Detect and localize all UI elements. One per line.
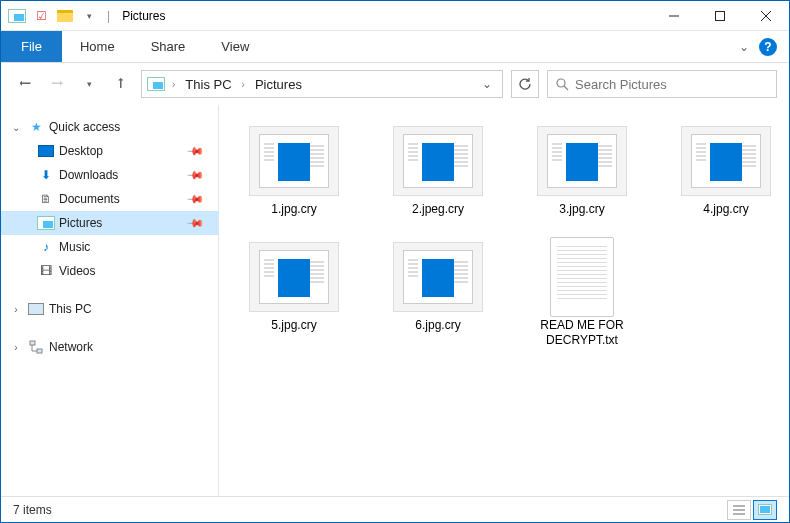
- app-icon: [7, 6, 27, 26]
- text-file-icon: [550, 237, 614, 317]
- videos-icon: 🎞: [37, 262, 55, 280]
- chevron-right-icon[interactable]: ›: [9, 304, 23, 315]
- recent-dropdown-icon[interactable]: ▾: [77, 72, 101, 96]
- address-bar[interactable]: › This PC › Pictures ⌄: [141, 70, 503, 98]
- file-name: 5.jpg.cry: [271, 318, 316, 334]
- help-icon[interactable]: ?: [759, 38, 777, 56]
- file-thumb: [249, 242, 339, 312]
- sidebar-item-videos[interactable]: 🎞 Videos: [1, 259, 218, 283]
- sidebar-item-music[interactable]: ♪ Music: [1, 235, 218, 259]
- titlebar: ☑ ▾ | Pictures: [1, 1, 789, 31]
- file-name: 4.jpg.cry: [703, 202, 748, 218]
- address-dropdown-icon[interactable]: ⌄: [476, 77, 498, 91]
- sidebar-item-downloads[interactable]: ⬇ Downloads 📌: [1, 163, 218, 187]
- file-name: 1.jpg.cry: [271, 202, 316, 218]
- tree-network[interactable]: › Network: [1, 335, 218, 359]
- tree-thispc[interactable]: › This PC: [1, 297, 218, 321]
- address-icon: [146, 74, 166, 94]
- ribbon: File Home Share View ⌄ ?: [1, 31, 789, 63]
- refresh-button[interactable]: [511, 70, 539, 98]
- up-button[interactable]: 🠕: [109, 72, 133, 96]
- music-icon: ♪: [37, 238, 55, 256]
- image-file-icon: [259, 250, 329, 304]
- qat-dropdown-icon[interactable]: ▾: [79, 6, 99, 26]
- tree-network-group: › Network: [1, 335, 218, 359]
- maximize-button[interactable]: [697, 1, 743, 31]
- star-icon: ★: [27, 118, 45, 136]
- file-item[interactable]: 6.jpg.cry: [373, 235, 503, 356]
- tree-thispc-group: › This PC: [1, 297, 218, 321]
- forward-button[interactable]: 🠖: [45, 72, 69, 96]
- file-item[interactable]: 2.jpeg.cry: [373, 119, 503, 225]
- file-thumb: [681, 126, 771, 196]
- tree-label: Pictures: [59, 216, 184, 230]
- file-tab[interactable]: File: [1, 31, 62, 62]
- file-item[interactable]: 5.jpg.cry: [229, 235, 359, 356]
- tab-home[interactable]: Home: [62, 31, 133, 62]
- navbar: 🠔 🠖 ▾ 🠕 › This PC › Pictures ⌄: [1, 63, 789, 105]
- tree-label: Downloads: [59, 168, 184, 182]
- tab-view[interactable]: View: [203, 31, 267, 62]
- search-box[interactable]: [547, 70, 777, 98]
- svg-rect-6: [30, 341, 35, 345]
- content-pane[interactable]: 1.jpg.cry2.jpeg.cry3.jpg.cry4.jpg.cry5.j…: [219, 105, 789, 496]
- minimize-button[interactable]: [651, 1, 697, 31]
- file-thumb: [249, 126, 339, 196]
- file-item[interactable]: READ ME FOR DECRYPT.txt: [517, 235, 647, 356]
- close-button[interactable]: [743, 1, 789, 31]
- back-button[interactable]: 🠔: [13, 72, 37, 96]
- view-details-button[interactable]: [727, 500, 751, 520]
- tree-label: Desktop: [59, 144, 184, 158]
- sidebar-item-documents[interactable]: 🗎 Documents 📌: [1, 187, 218, 211]
- tree-label: Music: [59, 240, 210, 254]
- window-title: Pictures: [122, 9, 165, 23]
- image-file-icon: [547, 134, 617, 188]
- file-thumb: [393, 242, 483, 312]
- pin-icon: 📌: [185, 165, 204, 184]
- desktop-icon: [37, 142, 55, 160]
- network-icon: [27, 338, 45, 356]
- file-item[interactable]: 1.jpg.cry: [229, 119, 359, 225]
- qat-newfolder-icon[interactable]: [55, 6, 75, 26]
- image-file-icon: [691, 134, 761, 188]
- window-controls: [651, 1, 789, 31]
- image-file-icon: [403, 134, 473, 188]
- file-item[interactable]: 4.jpg.cry: [661, 119, 789, 225]
- sidebar-item-desktop[interactable]: Desktop 📌: [1, 139, 218, 163]
- chevron-right-icon[interactable]: ›: [242, 79, 245, 90]
- view-switch: [727, 500, 777, 520]
- tree-label: Videos: [59, 264, 210, 278]
- tree-label: This PC: [49, 302, 210, 316]
- file-item[interactable]: 3.jpg.cry: [517, 119, 647, 225]
- svg-point-4: [557, 79, 565, 87]
- file-name: READ ME FOR DECRYPT.txt: [527, 318, 637, 349]
- qat-properties-icon[interactable]: ☑: [31, 6, 51, 26]
- ribbon-expand-icon[interactable]: ⌄: [739, 40, 749, 54]
- breadcrumb-pictures[interactable]: Pictures: [251, 75, 306, 94]
- search-input[interactable]: [575, 77, 768, 92]
- pictures-icon: [37, 214, 55, 232]
- pin-icon: 📌: [185, 213, 204, 232]
- statusbar: 7 items: [1, 496, 789, 522]
- chevron-down-icon[interactable]: ⌄: [9, 122, 23, 133]
- file-name: 6.jpg.cry: [415, 318, 460, 334]
- tree-quick-access-group: ⌄ ★ Quick access Desktop 📌 ⬇ Downloads 📌…: [1, 115, 218, 283]
- downloads-icon: ⬇: [37, 166, 55, 184]
- sidebar-item-pictures[interactable]: Pictures 📌: [1, 211, 218, 235]
- chevron-right-icon[interactable]: ›: [9, 342, 23, 353]
- tab-share[interactable]: Share: [133, 31, 204, 62]
- tree-quick-access[interactable]: ⌄ ★ Quick access: [1, 115, 218, 139]
- tree-label: Documents: [59, 192, 184, 206]
- pin-icon: 📌: [185, 141, 204, 160]
- tree-label: Network: [49, 340, 210, 354]
- ribbon-right: ⌄ ?: [739, 31, 789, 62]
- pc-icon: [27, 300, 45, 318]
- svg-line-5: [564, 86, 568, 90]
- titlebar-left: ☑ ▾ | Pictures: [1, 6, 165, 26]
- chevron-right-icon[interactable]: ›: [172, 79, 175, 90]
- svg-rect-1: [716, 11, 725, 20]
- breadcrumb-thispc[interactable]: This PC: [181, 75, 235, 94]
- sidebar: ⌄ ★ Quick access Desktop 📌 ⬇ Downloads 📌…: [1, 105, 219, 496]
- view-thumbnails-button[interactable]: [753, 500, 777, 520]
- file-name: 3.jpg.cry: [559, 202, 604, 218]
